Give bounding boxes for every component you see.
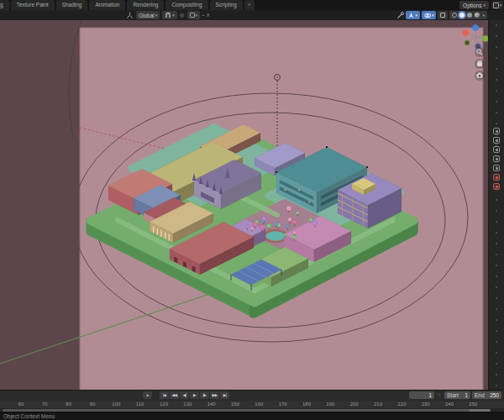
workspace-tab--[interactable]: + bbox=[244, 0, 255, 10]
workspace-tab-animation[interactable]: Animation bbox=[89, 0, 125, 10]
workspace-tab-ing[interactable]: ing bbox=[0, 0, 9, 10]
ruler-tick-110: 110 bbox=[134, 402, 147, 407]
options-button[interactable]: Options ▾ bbox=[459, 1, 489, 9]
park-pond[interactable] bbox=[265, 230, 286, 242]
tree bbox=[262, 216, 266, 220]
orientation-axes-icon bbox=[126, 12, 134, 19]
properties-tab-view-layer-icon[interactable] bbox=[493, 146, 500, 153]
play-button[interactable]: ▶ bbox=[190, 391, 199, 399]
ruler-tick-90: 90 bbox=[86, 402, 99, 407]
ruler-tick-190: 190 bbox=[323, 402, 337, 407]
properties-tab-world-icon[interactable] bbox=[493, 165, 500, 171]
workspace-tab-compositing[interactable]: Compositing bbox=[165, 0, 207, 10]
workspace-tab-rendering[interactable]: Rendering bbox=[127, 0, 164, 10]
frame-end-field[interactable]: End 250 bbox=[472, 391, 501, 399]
properties-tab-material-icon[interactable] bbox=[493, 174, 500, 181]
ruler-tick-250: 250 bbox=[466, 402, 480, 407]
record-dot-icon: ● bbox=[146, 392, 149, 397]
properties-tab-scene-icon[interactable] bbox=[493, 155, 500, 162]
snap-magnet-icon bbox=[165, 12, 171, 18]
chevron-down-icon: ▾ bbox=[483, 3, 486, 8]
editor-type-icon bbox=[493, 3, 499, 8]
properties-strip[interactable] bbox=[488, 20, 504, 390]
keying-menu-icon[interactable]: ○ bbox=[438, 391, 441, 399]
roof-vertex-dot bbox=[366, 166, 368, 168]
toggle-xray-button[interactable] bbox=[438, 11, 448, 19]
lit-window bbox=[298, 190, 300, 192]
x-axis-dot[interactable] bbox=[463, 30, 468, 35]
prev-keyframe-button[interactable]: ◀◀ bbox=[170, 391, 179, 399]
roof-vertex-dot bbox=[276, 171, 277, 173]
chevron-down-icon: ▾ bbox=[482, 13, 485, 18]
next-keyframe-button[interactable]: ▶▶ bbox=[210, 391, 219, 399]
editor-type-button[interactable]: ▾ bbox=[491, 1, 503, 9]
camera-lens bbox=[479, 75, 480, 76]
proportional-editing-icon[interactable]: ◎ bbox=[180, 11, 185, 19]
zoom-button[interactable] bbox=[475, 47, 485, 57]
pan-button[interactable] bbox=[475, 59, 485, 69]
chevron-down-icon: ▾ bbox=[155, 13, 158, 18]
ruler-tick-230: 230 bbox=[419, 402, 433, 407]
ruler-tick-70: 70 bbox=[38, 402, 51, 407]
lit-window bbox=[285, 189, 286, 191]
dot-icon: • bbox=[202, 11, 204, 19]
end-label: End bbox=[475, 391, 485, 399]
shading-solid-button[interactable] bbox=[459, 13, 465, 18]
viewport-header-right: ▾ ▾ ▾ bbox=[396, 11, 487, 19]
tree bbox=[308, 218, 312, 222]
tree bbox=[292, 220, 297, 224]
shading-material-button[interactable] bbox=[467, 13, 472, 18]
chevron-down-icon: ▾ bbox=[172, 13, 175, 18]
ruler-tick-160: 160 bbox=[252, 402, 265, 407]
status-context-text: Object Context Menu bbox=[3, 412, 55, 420]
active-tool-icon[interactable] bbox=[396, 12, 404, 19]
viewport-3d[interactable] bbox=[0, 20, 504, 390]
jump-to-start-button[interactable]: |◀ bbox=[160, 391, 169, 399]
workspace-tab-texture-paint[interactable]: Texture Paint bbox=[11, 0, 55, 10]
ruler-tick-150: 150 bbox=[228, 402, 242, 407]
tree bbox=[275, 222, 278, 225]
timeline-ruler[interactable]: 5060708090100110120130140150160170180190… bbox=[0, 401, 504, 408]
transform-orientation-dropdown[interactable]: Global ▾ bbox=[136, 11, 160, 19]
ruler-tick-220: 220 bbox=[395, 402, 408, 407]
proportional-falloff-dropdown[interactable]: ▾ bbox=[187, 11, 201, 19]
tree bbox=[253, 222, 258, 227]
show-overlays-toggle[interactable]: ▾ bbox=[422, 11, 437, 19]
camera-view-button[interactable] bbox=[475, 71, 485, 81]
ruler-tick-170: 170 bbox=[276, 402, 290, 407]
orientation-value: Global bbox=[139, 13, 155, 18]
prev-frame-button[interactable]: ◀| bbox=[180, 391, 189, 399]
frame-start-field[interactable]: Start 1 bbox=[444, 391, 470, 399]
ruler-tick-50: 50 bbox=[0, 402, 4, 407]
shading-rendered-button[interactable] bbox=[475, 13, 480, 18]
topbar: ingTexture PaintShadingAnimationRenderin… bbox=[0, 0, 504, 10]
scene-canvas[interactable] bbox=[0, 20, 504, 390]
ruler-tick-80: 80 bbox=[62, 402, 76, 407]
tree bbox=[260, 225, 265, 230]
next-frame-button[interactable]: |▶ bbox=[200, 391, 209, 399]
start-label: Start bbox=[447, 391, 459, 399]
xray-icon bbox=[440, 13, 445, 18]
show-gizmo-toggle[interactable]: ▾ bbox=[406, 11, 420, 19]
y-axis-negative-dot[interactable] bbox=[465, 40, 470, 45]
falloff-icon bbox=[190, 13, 195, 18]
properties-tab-render-icon[interactable] bbox=[493, 128, 500, 134]
snap-dropdown[interactable]: ▾ bbox=[162, 11, 177, 19]
workspace-tab-shading[interactable]: Shading bbox=[56, 0, 88, 10]
topbar-right: Options ▾ bbox=[459, 1, 489, 9]
z-axis-dot[interactable] bbox=[473, 25, 478, 30]
current-frame-field[interactable]: 1 bbox=[409, 391, 434, 399]
shading-wireframe-button[interactable] bbox=[452, 13, 457, 18]
status-bar: Object Context Menu Scene Collection bbox=[0, 412, 504, 420]
auto-keying-button[interactable]: ● bbox=[143, 391, 152, 399]
jump-to-end-button[interactable]: ▶| bbox=[220, 391, 229, 399]
properties-tab-output-icon[interactable] bbox=[493, 137, 500, 144]
timeline-editor[interactable]: ● |◀◀◀◀|▶|▶▶▶▶| 1 ○ Start 1 End 250 5060… bbox=[0, 390, 504, 412]
overlays-icon bbox=[424, 13, 431, 18]
end-value: 250 bbox=[490, 391, 499, 399]
workspace-tab-scripting[interactable]: Scripting bbox=[210, 0, 243, 10]
properties-tab-texture-icon[interactable] bbox=[493, 183, 500, 190]
tree bbox=[286, 206, 291, 211]
ruler-tick-240: 240 bbox=[443, 402, 456, 407]
tree bbox=[266, 223, 270, 228]
